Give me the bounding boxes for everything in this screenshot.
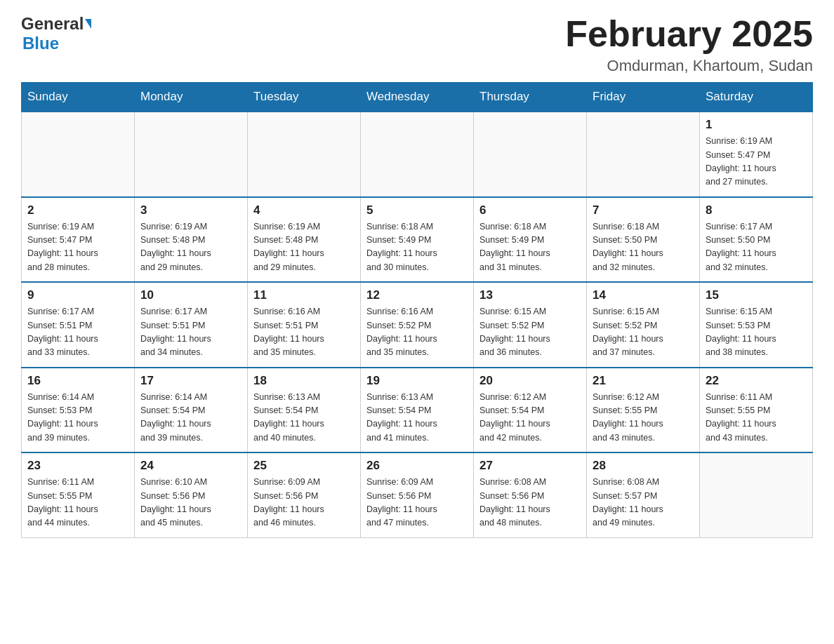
day-info: Sunrise: 6:08 AM Sunset: 5:57 PM Dayligh… — [593, 476, 694, 530]
weekday-header-row: SundayMondayTuesdayWednesdayThursdayFrid… — [22, 83, 813, 112]
day-info: Sunrise: 6:08 AM Sunset: 5:56 PM Dayligh… — [479, 476, 581, 530]
day-number: 13 — [479, 288, 581, 302]
day-number: 16 — [27, 374, 128, 388]
calendar-subtitle: Omdurman, Khartoum, Sudan — [565, 57, 813, 75]
day-cell: 4Sunrise: 6:19 AM Sunset: 5:48 PM Daylig… — [248, 197, 361, 283]
day-number: 15 — [706, 288, 807, 302]
day-info: Sunrise: 6:15 AM Sunset: 5:52 PM Dayligh… — [593, 305, 694, 360]
day-cell: 1Sunrise: 6:19 AM Sunset: 5:47 PM Daylig… — [700, 112, 813, 197]
day-info: Sunrise: 6:18 AM Sunset: 5:50 PM Dayligh… — [593, 220, 694, 275]
week-row-2: 2Sunrise: 6:19 AM Sunset: 5:47 PM Daylig… — [22, 197, 813, 283]
title-block: February 2025 Omdurman, Khartoum, Sudan — [565, 14, 813, 75]
day-info: Sunrise: 6:18 AM Sunset: 5:49 PM Dayligh… — [366, 220, 468, 275]
logo: General Blue — [21, 14, 91, 53]
day-cell — [248, 112, 361, 197]
day-cell: 10Sunrise: 6:17 AM Sunset: 5:51 PM Dayli… — [135, 282, 248, 368]
day-cell: 15Sunrise: 6:15 AM Sunset: 5:53 PM Dayli… — [700, 282, 813, 368]
day-number: 23 — [27, 459, 128, 473]
weekday-header-friday: Friday — [587, 83, 700, 112]
day-info: Sunrise: 6:10 AM Sunset: 5:56 PM Dayligh… — [140, 476, 241, 530]
day-info: Sunrise: 6:17 AM Sunset: 5:50 PM Dayligh… — [706, 220, 807, 275]
day-number: 27 — [479, 459, 581, 473]
day-number: 19 — [366, 374, 468, 388]
day-cell: 11Sunrise: 6:16 AM Sunset: 5:51 PM Dayli… — [248, 282, 361, 368]
logo-general-text: General — [21, 14, 84, 34]
week-row-5: 23Sunrise: 6:11 AM Sunset: 5:55 PM Dayli… — [22, 452, 813, 537]
day-number: 26 — [366, 459, 468, 473]
day-cell: 5Sunrise: 6:18 AM Sunset: 5:49 PM Daylig… — [361, 197, 474, 283]
day-cell: 17Sunrise: 6:14 AM Sunset: 5:54 PM Dayli… — [135, 368, 248, 453]
day-number: 2 — [27, 203, 128, 217]
day-cell: 19Sunrise: 6:13 AM Sunset: 5:54 PM Dayli… — [361, 368, 474, 453]
day-cell — [361, 112, 474, 197]
day-info: Sunrise: 6:14 AM Sunset: 5:53 PM Dayligh… — [27, 391, 128, 445]
day-number: 3 — [140, 203, 241, 217]
day-info: Sunrise: 6:16 AM Sunset: 5:52 PM Dayligh… — [366, 305, 468, 360]
day-number: 7 — [593, 203, 694, 217]
day-number: 1 — [706, 118, 807, 132]
day-number: 22 — [706, 374, 807, 388]
day-info: Sunrise: 6:12 AM Sunset: 5:54 PM Dayligh… — [479, 391, 581, 445]
day-cell: 21Sunrise: 6:12 AM Sunset: 5:55 PM Dayli… — [587, 368, 700, 453]
day-number: 24 — [140, 459, 241, 473]
day-info: Sunrise: 6:13 AM Sunset: 5:54 PM Dayligh… — [366, 391, 468, 445]
day-cell — [700, 452, 813, 537]
day-cell: 23Sunrise: 6:11 AM Sunset: 5:55 PM Dayli… — [22, 452, 135, 537]
day-number: 20 — [479, 374, 581, 388]
day-info: Sunrise: 6:19 AM Sunset: 5:47 PM Dayligh… — [27, 220, 128, 275]
logo-blue-text: Blue — [22, 34, 59, 53]
logo-triangle-icon — [85, 19, 91, 29]
day-number: 10 — [140, 288, 241, 302]
day-cell: 20Sunrise: 6:12 AM Sunset: 5:54 PM Dayli… — [474, 368, 587, 453]
calendar-body: 1Sunrise: 6:19 AM Sunset: 5:47 PM Daylig… — [22, 112, 813, 537]
day-cell: 13Sunrise: 6:15 AM Sunset: 5:52 PM Dayli… — [474, 282, 587, 368]
day-cell: 25Sunrise: 6:09 AM Sunset: 5:56 PM Dayli… — [248, 452, 361, 537]
weekday-header-monday: Monday — [135, 83, 248, 112]
calendar-table: SundayMondayTuesdayWednesdayThursdayFrid… — [21, 82, 813, 538]
page-header: General Blue February 2025 Omdurman, Kha… — [21, 14, 813, 75]
day-cell: 16Sunrise: 6:14 AM Sunset: 5:53 PM Dayli… — [22, 368, 135, 453]
day-cell: 22Sunrise: 6:11 AM Sunset: 5:55 PM Dayli… — [700, 368, 813, 453]
day-number: 4 — [253, 203, 355, 217]
day-cell: 2Sunrise: 6:19 AM Sunset: 5:47 PM Daylig… — [22, 197, 135, 283]
day-cell: 3Sunrise: 6:19 AM Sunset: 5:48 PM Daylig… — [135, 197, 248, 283]
day-cell: 24Sunrise: 6:10 AM Sunset: 5:56 PM Dayli… — [135, 452, 248, 537]
day-info: Sunrise: 6:19 AM Sunset: 5:47 PM Dayligh… — [706, 135, 807, 189]
day-info: Sunrise: 6:13 AM Sunset: 5:54 PM Dayligh… — [253, 391, 355, 445]
day-number: 9 — [27, 288, 128, 302]
day-cell: 7Sunrise: 6:18 AM Sunset: 5:50 PM Daylig… — [587, 197, 700, 283]
weekday-header-tuesday: Tuesday — [248, 83, 361, 112]
day-cell: 6Sunrise: 6:18 AM Sunset: 5:49 PM Daylig… — [474, 197, 587, 283]
day-info: Sunrise: 6:19 AM Sunset: 5:48 PM Dayligh… — [253, 220, 355, 275]
weekday-header-saturday: Saturday — [700, 83, 813, 112]
day-info: Sunrise: 6:19 AM Sunset: 5:48 PM Dayligh… — [140, 220, 241, 275]
day-cell: 26Sunrise: 6:09 AM Sunset: 5:56 PM Dayli… — [361, 452, 474, 537]
day-cell: 14Sunrise: 6:15 AM Sunset: 5:52 PM Dayli… — [587, 282, 700, 368]
day-info: Sunrise: 6:09 AM Sunset: 5:56 PM Dayligh… — [253, 476, 355, 530]
calendar-header: SundayMondayTuesdayWednesdayThursdayFrid… — [22, 83, 813, 112]
day-info: Sunrise: 6:11 AM Sunset: 5:55 PM Dayligh… — [27, 476, 128, 530]
day-cell: 12Sunrise: 6:16 AM Sunset: 5:52 PM Dayli… — [361, 282, 474, 368]
week-row-3: 9Sunrise: 6:17 AM Sunset: 5:51 PM Daylig… — [22, 282, 813, 368]
day-cell: 18Sunrise: 6:13 AM Sunset: 5:54 PM Dayli… — [248, 368, 361, 453]
day-number: 11 — [253, 288, 355, 302]
day-number: 6 — [479, 203, 581, 217]
day-cell — [474, 112, 587, 197]
day-info: Sunrise: 6:14 AM Sunset: 5:54 PM Dayligh… — [140, 391, 241, 445]
day-cell — [22, 112, 135, 197]
day-number: 21 — [593, 374, 694, 388]
day-cell: 9Sunrise: 6:17 AM Sunset: 5:51 PM Daylig… — [22, 282, 135, 368]
calendar-title: February 2025 — [565, 14, 813, 54]
day-info: Sunrise: 6:18 AM Sunset: 5:49 PM Dayligh… — [479, 220, 581, 275]
day-number: 5 — [366, 203, 468, 217]
day-info: Sunrise: 6:09 AM Sunset: 5:56 PM Dayligh… — [366, 476, 468, 530]
day-number: 17 — [140, 374, 241, 388]
day-number: 28 — [593, 459, 694, 473]
day-info: Sunrise: 6:17 AM Sunset: 5:51 PM Dayligh… — [140, 305, 241, 360]
weekday-header-sunday: Sunday — [22, 83, 135, 112]
day-info: Sunrise: 6:17 AM Sunset: 5:51 PM Dayligh… — [27, 305, 128, 360]
day-number: 14 — [593, 288, 694, 302]
weekday-header-thursday: Thursday — [474, 83, 587, 112]
week-row-1: 1Sunrise: 6:19 AM Sunset: 5:47 PM Daylig… — [22, 112, 813, 197]
day-number: 25 — [253, 459, 355, 473]
